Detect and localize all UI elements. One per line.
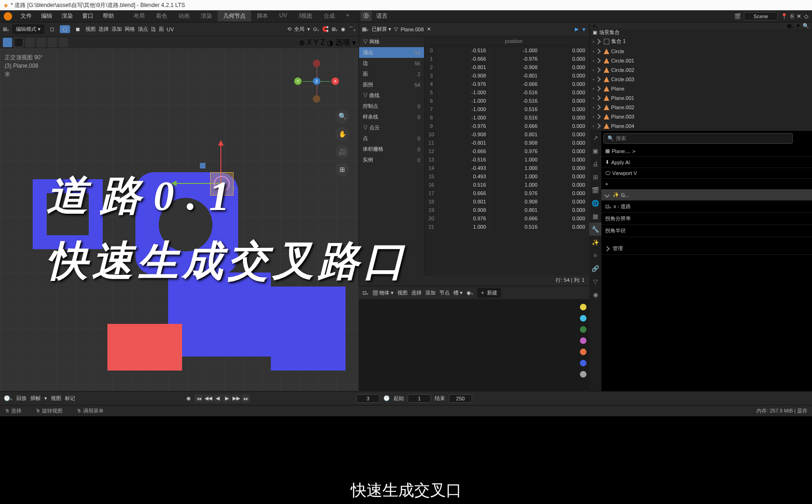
addon-icon[interactable]: Ⓑ xyxy=(360,11,372,21)
tree-item[interactable]: 边56 xyxy=(359,58,424,69)
slot-dropdown[interactable]: 槽 ▾ xyxy=(453,289,463,296)
vp-uv[interactable]: UV xyxy=(167,27,174,32)
language-button[interactable]: 语言 xyxy=(372,12,392,20)
select-mode-face[interactable]: ◼ xyxy=(73,25,83,33)
axis-y[interactable]: Y xyxy=(314,38,319,47)
editor-type-icon[interactable]: ⊞ᵥ xyxy=(3,26,9,32)
tree-item[interactable]: 面拐54 xyxy=(359,79,424,90)
tool-2[interactable] xyxy=(36,38,46,47)
node-color-4[interactable] xyxy=(580,337,586,344)
outliner-item[interactable]: • Plane.004 xyxy=(590,121,812,131)
vp-select[interactable]: 选择 xyxy=(99,26,109,33)
node-color-6[interactable] xyxy=(580,360,586,366)
tab-material[interactable]: ◉ xyxy=(589,288,601,301)
tab-particle[interactable]: ✨ xyxy=(589,236,601,249)
tree-item[interactable]: 顶点54 xyxy=(359,47,424,58)
tab-viewlayer[interactable]: ⊞ xyxy=(589,170,601,183)
ne-view[interactable]: 视图 xyxy=(397,289,408,296)
tab-3view[interactable]: 3视图 xyxy=(293,11,318,21)
orient-label[interactable]: 全局 xyxy=(294,26,304,33)
end-frame-input[interactable] xyxy=(449,394,472,403)
jump-end-button[interactable]: ⏭ xyxy=(241,394,250,403)
tab-render[interactable]: ▣ xyxy=(589,144,601,157)
close-icon[interactable]: ✕ xyxy=(427,26,431,32)
blender-logo-icon[interactable] xyxy=(4,12,12,21)
nav-gizmo[interactable]: X Y Z xyxy=(298,63,335,100)
outliner-item[interactable]: • Plane xyxy=(590,84,812,93)
play-reverse-button[interactable]: ◀ xyxy=(213,394,222,403)
outliner-item[interactable]: • 集合 1 xyxy=(590,36,812,47)
add-button[interactable]: + 新建 xyxy=(477,288,501,298)
tab-geometry-nodes[interactable]: 几何节点 xyxy=(218,11,251,21)
menu-edit[interactable]: 编辑 xyxy=(36,12,57,20)
vp-edge[interactable]: 边 xyxy=(151,26,156,33)
tab-data[interactable]: ▽ xyxy=(589,275,601,288)
scene-dropdown[interactable]: Scene xyxy=(744,12,778,21)
tree-item[interactable]: 实例0 xyxy=(359,154,424,165)
editor-type-icon[interactable]: ⊡ᵥ xyxy=(362,290,369,296)
tool-4[interactable] xyxy=(59,38,68,47)
manage-section[interactable]: 管理 xyxy=(601,243,812,255)
tab-scene[interactable]: 🎬 xyxy=(589,183,601,196)
jump-start-button[interactable]: ⏮ xyxy=(195,394,203,403)
scene-icon[interactable]: 🎬 xyxy=(734,13,741,20)
zoom-icon[interactable]: 🔍 xyxy=(335,109,349,123)
tree-item[interactable]: 样条线0 xyxy=(359,112,424,122)
tab-scripting[interactable]: 脚本 xyxy=(251,11,274,21)
table-row[interactable]: 2-0.801-0.9080.000 xyxy=(424,63,589,71)
node-color-5[interactable] xyxy=(580,349,586,355)
tool-select-box[interactable] xyxy=(14,38,23,47)
table-row[interactable]: 7-1.0000.5160.000 xyxy=(424,105,589,113)
axis-x[interactable]: X xyxy=(307,38,312,47)
table-row[interactable]: 10-0.9080.8010.000 xyxy=(424,130,589,139)
table-row[interactable]: 9-0.9760.6660.000 xyxy=(424,122,589,130)
display-mode-icon[interactable]: ▦ᵥ xyxy=(787,23,794,29)
proportional-icon[interactable]: ◉ xyxy=(341,26,346,32)
nav-neg2[interactable] xyxy=(313,95,320,103)
nav-z-axis[interactable]: Z xyxy=(313,77,320,85)
nav-y-axis[interactable]: Y xyxy=(294,77,302,85)
vp-vertex[interactable]: 顶点 xyxy=(138,26,148,33)
select-mode-vertex[interactable]: ◻ xyxy=(47,25,57,33)
node-color-3[interactable] xyxy=(580,326,586,333)
table-row[interactable]: 211.0000.5160.000 xyxy=(424,223,589,231)
snap-target-icon[interactable]: ⊞ᵥ xyxy=(332,26,338,32)
node-color-1[interactable] xyxy=(580,304,586,310)
table-row[interactable]: 13-0.5161.0000.000 xyxy=(424,155,589,164)
scene-pin-icon[interactable]: 📍 xyxy=(781,13,788,20)
geo-nodes-dropdown[interactable]: ✨ G... xyxy=(601,189,812,201)
ne-add[interactable]: 添加 xyxy=(425,289,436,296)
scene-copy-icon[interactable]: ⎘ xyxy=(791,13,794,20)
editor-type-icon[interactable]: ▦ᵥ xyxy=(362,26,369,32)
table-row[interactable]: 150.4931.0000.000 xyxy=(424,172,589,181)
tool-3[interactable] xyxy=(48,38,57,47)
scene-collection[interactable]: ▣ 场景集合 xyxy=(590,29,812,36)
axis-z[interactable]: Z xyxy=(320,38,325,47)
outliner-item[interactable]: • Plane.002 xyxy=(590,103,812,112)
table-row[interactable]: 0-0.516-1.0000.000 xyxy=(424,46,589,55)
menu-render[interactable]: 渲染 xyxy=(57,12,78,20)
table-row[interactable]: 6-1.000-0.5160.000 xyxy=(424,97,589,105)
node-editor-canvas[interactable] xyxy=(359,299,589,392)
scene-close-icon[interactable]: ✕ xyxy=(797,13,801,20)
tab-physics[interactable]: ⚛ xyxy=(589,249,601,262)
eval-dropdown[interactable]: 已解算 ▾ xyxy=(372,26,391,33)
apply-all-button[interactable]: ⬇ Apply Al xyxy=(601,157,812,168)
object-mode-dropdown[interactable]: ▦ 物体 ▾ xyxy=(373,289,394,296)
gizmo-icon[interactable]: ⊕ xyxy=(299,38,305,47)
tl-marker[interactable]: 标记 xyxy=(65,395,75,402)
node-color-7[interactable] xyxy=(580,371,586,378)
mode-dropdown[interactable]: 编辑模式 ▾ xyxy=(12,24,44,34)
viewport-visibility[interactable]: 🖵 Viewport V xyxy=(601,168,812,179)
vp-add[interactable]: 添加 xyxy=(112,26,122,33)
tab-layout[interactable]: 布局 xyxy=(128,11,150,21)
tab-constraint[interactable]: 🔗 xyxy=(589,262,601,275)
outliner-item[interactable]: • Plane.001 xyxy=(590,93,812,103)
nav-x-axis[interactable]: X xyxy=(332,77,339,85)
tab-rendering[interactable]: 渲染 xyxy=(195,11,218,21)
tree-item[interactable]: 点0 xyxy=(359,133,424,144)
table-row[interactable]: 200.9760.6660.000 xyxy=(424,214,589,223)
tab-world[interactable]: 🌐 xyxy=(589,196,601,210)
overlays-icon[interactable]: ◑ xyxy=(327,38,333,47)
tree-item[interactable]: 面2 xyxy=(359,69,424,79)
